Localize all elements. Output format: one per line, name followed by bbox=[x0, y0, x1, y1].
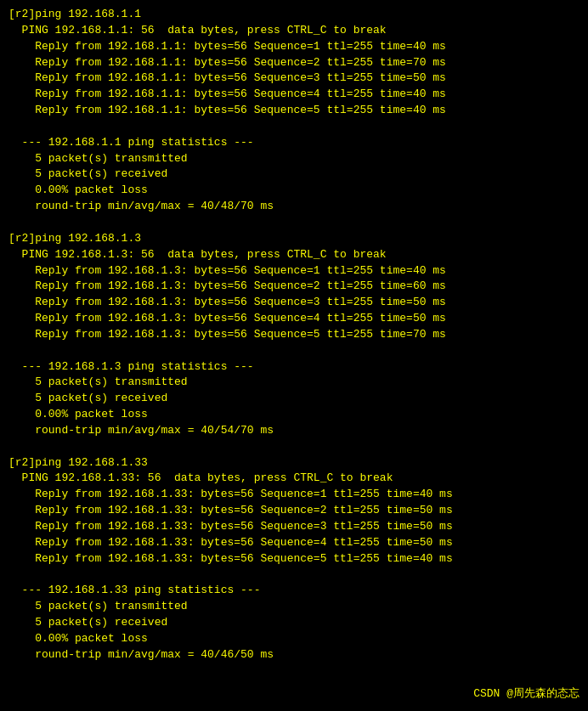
terminal-line: Reply from 192.168.1.3: bytes=56 Sequenc… bbox=[8, 327, 580, 343]
terminal-line: Reply from 192.168.1.33: bytes=56 Sequen… bbox=[8, 519, 580, 535]
terminal-line: --- 192.168.1.33 ping statistics --- bbox=[8, 583, 580, 599]
terminal-line: Reply from 192.168.1.33: bytes=56 Sequen… bbox=[8, 487, 580, 503]
terminal-line: [r2]ping 192.168.1.33 bbox=[8, 455, 580, 471]
terminal-output: [r2]ping 192.168.1.1 PING 192.168.1.1: 5… bbox=[8, 7, 580, 663]
terminal-line: 5 packet(s) transmitted bbox=[8, 375, 580, 391]
terminal-line: 0.00% packet loss bbox=[8, 407, 580, 423]
terminal-line bbox=[8, 215, 580, 231]
terminal-line: PING 192.168.1.33: 56 data bytes, press … bbox=[8, 471, 580, 487]
terminal-line: 5 packet(s) transmitted bbox=[8, 151, 580, 167]
terminal-line: 5 packet(s) transmitted bbox=[8, 599, 580, 615]
terminal-line: round-trip min/avg/max = 40/54/70 ms bbox=[8, 423, 580, 439]
terminal-line: Reply from 192.168.1.1: bytes=56 Sequenc… bbox=[8, 71, 580, 87]
terminal-line: Reply from 192.168.1.33: bytes=56 Sequen… bbox=[8, 535, 580, 551]
terminal-line: --- 192.168.1.3 ping statistics --- bbox=[8, 359, 580, 375]
terminal-line: --- 192.168.1.1 ping statistics --- bbox=[8, 135, 580, 151]
terminal-line: Reply from 192.168.1.3: bytes=56 Sequenc… bbox=[8, 311, 580, 327]
terminal-line: Reply from 192.168.1.3: bytes=56 Sequenc… bbox=[8, 295, 580, 311]
terminal-line: 0.00% packet loss bbox=[8, 183, 580, 199]
terminal-line bbox=[8, 343, 580, 359]
terminal-line: 5 packet(s) received bbox=[8, 166, 580, 183]
terminal-line: round-trip min/avg/max = 40/46/50 ms bbox=[8, 647, 580, 663]
terminal-line: [r2]ping 192.168.1.1 bbox=[8, 7, 580, 23]
terminal-line: 5 packet(s) received bbox=[8, 391, 580, 407]
watermark-text: CSDN @周先森的态忘 bbox=[473, 686, 580, 703]
terminal-line: round-trip min/avg/max = 40/48/70 ms bbox=[8, 199, 580, 215]
terminal-line: Reply from 192.168.1.1: bytes=56 Sequenc… bbox=[8, 39, 580, 55]
terminal-line: Reply from 192.168.1.33: bytes=56 Sequen… bbox=[8, 503, 580, 519]
terminal-line: Reply from 192.168.1.3: bytes=56 Sequenc… bbox=[8, 279, 580, 295]
terminal-line: PING 192.168.1.1: 56 data bytes, press C… bbox=[8, 23, 580, 39]
terminal-line bbox=[8, 439, 580, 455]
terminal-line: Reply from 192.168.1.1: bytes=56 Sequenc… bbox=[8, 103, 580, 119]
terminal-line: PING 192.168.1.3: 56 data bytes, press C… bbox=[8, 247, 580, 263]
terminal-line: Reply from 192.168.1.33: bytes=56 Sequen… bbox=[8, 551, 580, 567]
terminal-line: 5 packet(s) received bbox=[8, 615, 580, 631]
terminal-line: Reply from 192.168.1.1: bytes=56 Sequenc… bbox=[8, 55, 580, 71]
terminal-line bbox=[8, 119, 580, 135]
terminal-line: Reply from 192.168.1.1: bytes=56 Sequenc… bbox=[8, 87, 580, 103]
terminal-line: 0.00% packet loss bbox=[8, 631, 580, 647]
terminal-line: [r2]ping 192.168.1.3 bbox=[8, 231, 580, 247]
terminal-line: Reply from 192.168.1.3: bytes=56 Sequenc… bbox=[8, 263, 580, 279]
terminal-line bbox=[8, 567, 580, 584]
